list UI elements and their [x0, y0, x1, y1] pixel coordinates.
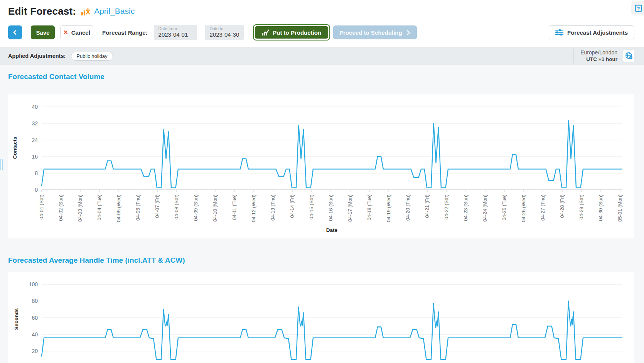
y-tick-label: 100 — [29, 281, 38, 287]
timezone-region: Europe/London — [580, 49, 617, 56]
date-to-field[interactable]: Date to 2023-04-30 — [205, 25, 244, 40]
contact-volume-chart-card: 081624324004-01 (Sat)04-02 (Sun)04-03 (M… — [8, 94, 634, 238]
adjustment-chip-public-holiday[interactable]: Public holiday — [71, 52, 113, 61]
x-tick-label: 04-16 (Sun) — [328, 194, 334, 221]
y-tick-label: 60 — [32, 315, 38, 321]
x-axis-title: Date — [326, 227, 338, 233]
date-from-value: 2023-04-01 — [158, 31, 192, 38]
forecast-adjustments-button[interactable]: Forecast Adjustments — [549, 25, 634, 39]
sliders-icon — [555, 29, 563, 36]
proceed-to-scheduling-button[interactable]: Proceed to Scheduling — [333, 25, 417, 39]
timezone-button[interactable] — [623, 49, 635, 62]
y-axis-title: Contacts — [12, 137, 18, 159]
put-to-production-label: Put to Production — [273, 29, 321, 36]
x-tick-label: 04-09 (Sun) — [193, 194, 199, 221]
divider — [573, 49, 574, 63]
page-title: Edit Forecast: — [8, 5, 76, 17]
globe-clock-icon — [625, 52, 633, 60]
x-tick-label: 04-02 (Sun) — [58, 194, 64, 221]
cancel-x-icon: ✕ — [63, 29, 68, 36]
contact-volume-chart: 081624324004-01 (Sat)04-02 (Sun)04-03 (M… — [8, 94, 634, 238]
x-tick-label: 04-07 (Fri) — [154, 194, 160, 218]
x-tick-label: 04-17 (Mon) — [347, 194, 353, 222]
y-tick-label: 16 — [32, 154, 38, 160]
x-tick-label: 04-24 (Mon) — [482, 194, 488, 222]
chart-title-average-handle-time: Forecasted Average Handle Time (incl.ATT… — [8, 256, 644, 265]
y-tick-label: 40 — [32, 331, 38, 338]
x-tick-label: 04-11 (Tue) — [231, 194, 237, 220]
put-to-production-focus-ring: Put to Production — [253, 24, 330, 41]
toolbar: Save ✕ Cancel Forecast Range: Date from … — [8, 24, 644, 41]
production-chart-check-icon — [262, 29, 269, 36]
page-header: Edit Forecast: April_Basic — [0, 0, 644, 41]
chevron-left-icon — [12, 29, 18, 35]
proceed-label: Proceed to Scheduling — [339, 29, 402, 36]
x-tick-label: 04-01 (Sat) — [39, 194, 44, 219]
x-tick-label: 04-29 (Sat) — [578, 194, 584, 219]
forecast-chart-icon — [81, 7, 91, 17]
side-panel-handle[interactable] — [0, 159, 3, 170]
date-from-field[interactable]: Date from 2023-04-01 — [154, 25, 197, 40]
x-tick-label: 04-21 (Fri) — [424, 194, 430, 218]
x-tick-label: 04-20 (Thu) — [405, 194, 411, 221]
date-from-label: Date from — [158, 26, 192, 31]
forecast-name-link[interactable]: April_Basic — [94, 7, 135, 16]
x-tick-label: 04-13 (Thu) — [270, 194, 276, 221]
date-to-value: 2023-04-30 — [210, 31, 239, 38]
y-tick-label: 8 — [35, 170, 38, 176]
y-tick-label: 20 — [32, 348, 38, 354]
x-tick-label: 04-06 (Thu) — [135, 194, 141, 221]
x-tick-label: 04-30 (Sun) — [598, 194, 604, 221]
help-button[interactable]: ? — [631, 1, 644, 15]
series-line — [42, 120, 622, 188]
x-tick-label: 04-22 (Sat) — [443, 194, 449, 219]
x-tick-label: 04-25 (Tue) — [501, 194, 507, 220]
charts-area: Forecasted Contact Volume 081624324004-0… — [0, 65, 644, 363]
cancel-button[interactable]: ✕ Cancel — [60, 25, 93, 39]
edit-forecast-page: Edit Forecast: April_Basic — [0, 0, 644, 363]
y-tick-label: 80 — [32, 298, 38, 304]
svg-text:?: ? — [637, 6, 640, 11]
y-tick-label: 0 — [35, 187, 38, 193]
x-tick-label: 04-05 (Wed) — [116, 194, 121, 222]
y-axis-title: Seconds — [13, 308, 19, 330]
x-tick-label: 04-08 (Sat) — [174, 194, 179, 219]
average-handle-time-chart: 20406080100Seconds — [8, 272, 634, 363]
x-tick-label: 04-04 (Tue) — [96, 194, 102, 220]
chevron-right-icon — [406, 30, 411, 35]
x-tick-label: 04-23 (Sun) — [463, 194, 469, 221]
y-tick-label: 40 — [32, 104, 38, 110]
y-tick-label: 32 — [32, 120, 38, 127]
x-tick-label: 04-28 (Fri) — [559, 194, 565, 218]
x-tick-label: 04-12 (Wed) — [251, 194, 256, 222]
date-to-label: Date to — [210, 26, 239, 31]
applied-adjustments-bar: Applied Adjustments: Public holiday Euro… — [0, 47, 644, 65]
timezone-info: Europe/London UTC +1 hour — [580, 49, 617, 62]
x-tick-label: 04-10 (Mon) — [212, 194, 218, 222]
x-tick-label: 05-01 (Mon) — [617, 194, 623, 222]
x-tick-label: 04-14 (Fri) — [289, 194, 295, 218]
forecast-range-label: Forecast Range: — [102, 29, 148, 36]
x-tick-label: 04-27 (Thu) — [540, 194, 546, 221]
put-to-production-button[interactable]: Put to Production — [255, 26, 328, 39]
x-tick-label: 04-18 (Tue) — [366, 194, 372, 220]
save-button[interactable]: Save — [31, 25, 55, 39]
help-icon: ? — [634, 4, 643, 13]
x-tick-label: 04-26 (Wed) — [521, 194, 526, 222]
chart-title-contact-volume: Forecasted Contact Volume — [8, 73, 644, 81]
average-handle-time-chart-card: 20406080100Seconds — [8, 272, 634, 363]
back-button[interactable] — [8, 25, 22, 39]
applied-adjustments-label: Applied Adjustments: — [8, 53, 66, 59]
cancel-label: Cancel — [71, 29, 90, 36]
series-line — [42, 301, 622, 360]
x-tick-label: 04-15 (Sat) — [309, 194, 314, 219]
y-tick-label: 24 — [32, 137, 38, 143]
x-tick-label: 04-19 (Wed) — [386, 194, 391, 222]
forecast-adjustments-label: Forecast Adjustments — [567, 29, 628, 36]
x-tick-label: 04-03 (Mon) — [77, 194, 83, 222]
timezone-offset: UTC +1 hour — [580, 56, 617, 62]
